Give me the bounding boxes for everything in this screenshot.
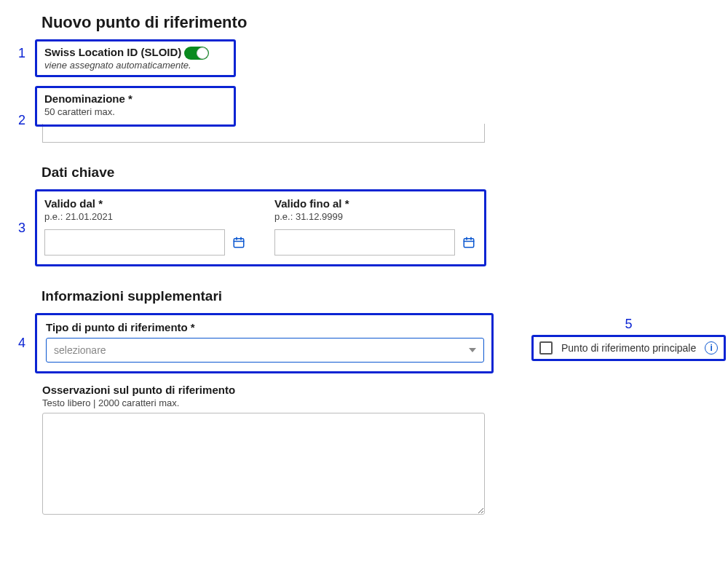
sloid-hint: viene assegnato automaticamente. bbox=[44, 60, 226, 71]
valido-dal-input[interactable] bbox=[44, 229, 225, 256]
tipo-box: 4 Tipo di punto di riferimento * selezio… bbox=[35, 313, 494, 373]
annotation-number-5: 5 bbox=[625, 317, 633, 332]
info-supp-title: Informazioni supplementari bbox=[41, 288, 728, 304]
denominazione-hint: 50 caratteri max. bbox=[44, 106, 226, 117]
valido-fino-label: Valido fino al * bbox=[274, 197, 475, 210]
valido-dal-col: Valido dal * p.e.: 21.01.2021 bbox=[44, 197, 245, 256]
tipo-select[interactable]: selezionare bbox=[46, 338, 484, 363]
sloid-label: Swiss Location ID (SLOID) bbox=[44, 46, 181, 58]
denominazione-box: 2 Denominazione * 50 caratteri max. bbox=[35, 86, 236, 127]
principale-box: 5 Punto di riferimento principale i bbox=[531, 335, 726, 361]
sloid-toggle[interactable] bbox=[184, 47, 209, 60]
annotation-number-3: 3 bbox=[18, 221, 25, 236]
calendar-icon[interactable] bbox=[232, 236, 245, 249]
page-title: Nuovo punto di riferimento bbox=[41, 13, 728, 32]
denominazione-label: Denominazione * bbox=[44, 92, 226, 105]
osservazioni-textarea[interactable] bbox=[42, 413, 485, 515]
osservazioni-label: Osservazioni sul punto di riferimento bbox=[42, 384, 728, 396]
valido-dal-label: Valido dal * bbox=[44, 197, 245, 210]
sloid-box: 1 Swiss Location ID (SLOID) viene assegn… bbox=[35, 39, 236, 77]
valido-fino-hint: p.e.: 31.12.9999 bbox=[274, 211, 475, 222]
tipo-label: Tipo di punto di riferimento * bbox=[46, 321, 483, 333]
tipo-placeholder: selezionare bbox=[54, 344, 106, 356]
valido-fino-input[interactable] bbox=[274, 229, 455, 256]
annotation-number-2: 2 bbox=[18, 113, 25, 128]
principale-label: Punto di riferimento principale bbox=[561, 342, 696, 354]
osservazioni-hint: Testo libero | 2000 caratteri max. bbox=[42, 397, 728, 408]
toggle-knob-icon bbox=[197, 47, 208, 59]
valido-dal-hint: p.e.: 21.01.2021 bbox=[44, 211, 245, 222]
svg-rect-0 bbox=[234, 239, 244, 248]
chevron-down-icon bbox=[469, 348, 476, 352]
svg-rect-4 bbox=[464, 239, 474, 248]
dati-chiave-title: Dati chiave bbox=[41, 165, 728, 181]
principale-checkbox[interactable] bbox=[539, 341, 553, 355]
annotation-number-1: 1 bbox=[18, 46, 25, 61]
calendar-icon[interactable] bbox=[462, 236, 475, 249]
annotation-number-4: 4 bbox=[18, 336, 25, 351]
dates-box: 3 Valido dal * p.e.: 21.01.2021 Valido f… bbox=[35, 189, 486, 266]
info-icon[interactable]: i bbox=[705, 341, 718, 355]
valido-fino-col: Valido fino al * p.e.: 31.12.9999 bbox=[274, 197, 475, 256]
